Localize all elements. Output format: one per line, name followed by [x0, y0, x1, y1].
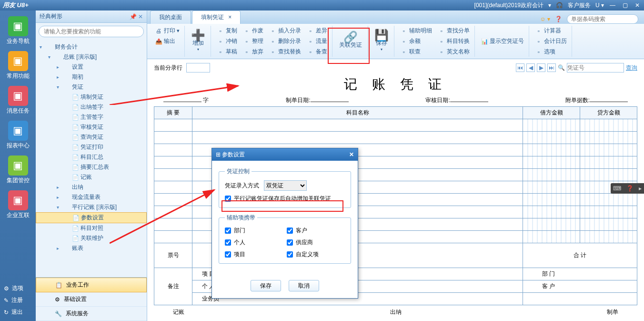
- voucher-no-input[interactable]: [567, 63, 624, 72]
- ribbon-button[interactable]: ▫辅助明细: [398, 26, 434, 36]
- tree-node[interactable]: ▸出纳: [36, 182, 147, 192]
- nav-last[interactable]: ⏭: [547, 63, 556, 72]
- tree-node[interactable]: 📄查询凭证: [36, 132, 147, 142]
- tree-tabs: 📋业务工作⚙基础设置🔧系统服务: [36, 277, 147, 321]
- tree-tab[interactable]: 🔧系统服务: [36, 307, 147, 321]
- ribbon-button[interactable]: ▫英文名称: [436, 47, 472, 57]
- u-menu[interactable]: U ▾: [595, 2, 604, 9]
- ribbon-button[interactable]: ▫删除分录: [267, 36, 303, 46]
- iconbar: ▣业务导航▣常用功能▣消息任务▣报表中心▣集团管控▣企业互联⚙选项✎注册↻退出: [0, 10, 36, 321]
- iconbar-bottom-item[interactable]: ⚙选项: [0, 282, 36, 294]
- tree-tab[interactable]: 📋业务工作: [36, 278, 147, 292]
- aux-checkbox[interactable]: 个人: [225, 238, 283, 247]
- maximize-button[interactable]: ▢: [621, 2, 629, 9]
- iconbar-item[interactable]: ▣报表中心: [4, 119, 32, 152]
- ribbon-button[interactable]: ▫整理: [241, 36, 265, 46]
- barcode-search[interactable]: [567, 14, 638, 24]
- param-dialog: ⊞ 参数设置 ✕ 凭证控制 凭证录入方式 双凭证 平行记账凭证保存后自动增加关联…: [211, 148, 358, 299]
- tree-node[interactable]: 📄审核凭证: [36, 122, 147, 132]
- iconbar-bottom-item[interactable]: ✎注册: [0, 294, 36, 306]
- tree-node[interactable]: 📄参数设置: [36, 212, 147, 223]
- tree-node[interactable]: 📄摘要汇总表: [36, 162, 147, 172]
- ribbon-button[interactable]: ▫查找分单: [436, 26, 472, 36]
- nav-next[interactable]: ▶: [537, 63, 545, 72]
- dropdown-icon[interactable]: ▾: [548, 2, 551, 9]
- ribbon-button[interactable]: ▫计算器: [533, 26, 569, 36]
- doc-tab[interactable]: 我的桌面: [150, 10, 191, 24]
- tree-node[interactable]: ▾凭证: [36, 82, 147, 92]
- ribbon-button[interactable]: ▫复制: [215, 26, 239, 36]
- app-brand: 用友 U8+: [3, 1, 29, 10]
- entryrow-input[interactable]: [186, 63, 210, 72]
- iconbar-item[interactable]: ▣企业互联: [4, 188, 32, 221]
- tree-node[interactable]: ▸期初: [36, 72, 147, 82]
- ribbon-button[interactable]: ▫余额: [398, 36, 434, 46]
- tree-node[interactable]: 📄出纳签字: [36, 102, 147, 112]
- ribbon-button[interactable]: ▫作废: [241, 26, 265, 36]
- ribbon-button[interactable]: ▫流量: [305, 36, 329, 46]
- ribbon-button[interactable]: ▫草稿: [215, 47, 239, 57]
- ribbon-button[interactable]: ▫差异: [305, 26, 329, 36]
- tree-node[interactable]: 📄记账: [36, 172, 147, 182]
- ribbon-button[interactable]: ▫插入分录: [267, 26, 303, 36]
- tree-title: 经典树形: [40, 12, 62, 21]
- tree-tab[interactable]: ⚙基础设置: [36, 292, 147, 307]
- tree-node[interactable]: 📄科目对照: [36, 223, 147, 233]
- ribbon-button[interactable]: ▫冲销: [215, 36, 239, 46]
- tree-node[interactable]: ▸现金流量表: [36, 192, 147, 202]
- close-button[interactable]: ✕: [634, 2, 641, 9]
- nav-prev[interactable]: ◀: [526, 63, 535, 72]
- ribbon-button[interactable]: ▫会计日历: [533, 36, 569, 46]
- aux-checkbox[interactable]: 客户: [287, 227, 345, 235]
- smiley-icon[interactable]: ☺ ▾: [540, 16, 550, 22]
- save-button[interactable]: 💾保存▾: [372, 26, 391, 57]
- doc-tab[interactable]: 填制凭证 ×: [192, 10, 241, 24]
- query-link[interactable]: 查询: [626, 64, 637, 72]
- pin-icon[interactable]: 📌 ✕: [130, 13, 143, 20]
- output-button[interactable]: 📤输出: [153, 36, 181, 46]
- aux-checkbox[interactable]: 自定义项: [287, 250, 345, 259]
- service-icon[interactable]: 🎧: [556, 2, 563, 9]
- tree-node[interactable]: 📄凭证打印: [36, 142, 147, 152]
- tree-node[interactable]: 📄科目汇总: [36, 152, 147, 162]
- ribbon-button[interactable]: ▫查找替换: [267, 47, 303, 57]
- ft-chuna: 出纳: [390, 308, 402, 316]
- help-icon[interactable]: ❓: [555, 16, 562, 22]
- iconbar-item[interactable]: ▣集团管控: [4, 154, 32, 186]
- iconbar-item[interactable]: ▣消息任务: [4, 84, 32, 117]
- dialog-save-button[interactable]: 保存: [251, 280, 281, 291]
- ribbon-button[interactable]: ▫放弃: [241, 47, 265, 57]
- minimize-button[interactable]: —: [609, 2, 616, 9]
- show-empty-button[interactable]: 📊显示空凭证号: [479, 26, 526, 57]
- aux-checkbox[interactable]: 供应商: [287, 238, 345, 247]
- tree-node[interactable]: ▾财务会计: [36, 42, 147, 52]
- ribbon-button[interactable]: ▫联查: [398, 47, 434, 57]
- link-voucher-button[interactable]: 🔗关联凭证: [336, 26, 365, 57]
- tree-node[interactable]: 📄关联维护: [36, 233, 147, 243]
- iconbar-item[interactable]: ▣业务导航: [4, 14, 32, 47]
- tree-node[interactable]: ▸设置: [36, 62, 147, 72]
- nav-first[interactable]: ⏮: [516, 63, 524, 72]
- tree-search-input[interactable]: [39, 26, 144, 37]
- ribbon-button[interactable]: ▫选项: [533, 47, 569, 57]
- float-toolbar[interactable]: ⌨❓▸: [611, 183, 644, 194]
- tree-node[interactable]: ▾总账 [演示版]: [36, 52, 147, 62]
- iconbar-item[interactable]: ▣常用功能: [4, 49, 32, 82]
- aux-checkbox[interactable]: 部门: [225, 227, 283, 235]
- add-button[interactable]: ➕增加▾: [189, 26, 208, 57]
- ribbon-button[interactable]: ▫科目转换: [436, 36, 472, 46]
- autolink-checkbox[interactable]: 平行记账凭证保存后自动增加关联凭证: [225, 195, 345, 203]
- aux-checkbox[interactable]: 项目: [225, 250, 283, 259]
- tree-node[interactable]: ▾平行记账 [演示版]: [36, 202, 147, 212]
- ribbon-button[interactable]: ▫备查: [305, 47, 329, 57]
- tree-node[interactable]: ▸账表: [36, 243, 147, 253]
- iconbar-bottom-item[interactable]: ↻退出: [0, 306, 36, 318]
- dialog-cancel-button[interactable]: 取消: [289, 280, 319, 291]
- nav-tree: ▾财务会计▾总账 [演示版]▸设置▸期初▾凭证📄填制凭证📄出纳签字📄主管签字📄审…: [36, 40, 147, 277]
- service-label[interactable]: 客户服务: [568, 1, 591, 10]
- tree-node[interactable]: 📄主管签字: [36, 112, 147, 122]
- dialog-close[interactable]: ✕: [349, 151, 354, 158]
- print-button[interactable]: 🖨打印 ▾: [153, 26, 181, 36]
- inputmode-select[interactable]: 双凭证: [264, 180, 307, 191]
- tree-node[interactable]: 📄填制凭证: [36, 92, 147, 102]
